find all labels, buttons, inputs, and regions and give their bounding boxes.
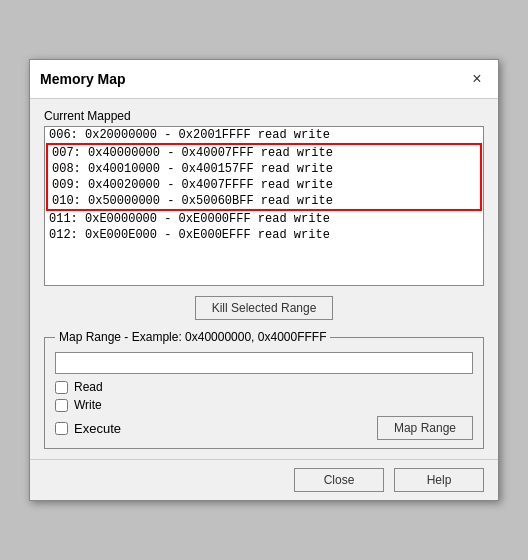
selected-range-group: 007: 0x40000000 - 0x40007FFF read write …	[46, 143, 482, 211]
execute-left: Execute	[55, 421, 121, 436]
execute-checkbox[interactable]	[55, 422, 68, 435]
close-icon-button[interactable]: ×	[466, 68, 488, 90]
map-range-button[interactable]: Map Range	[377, 416, 473, 440]
list-item[interactable]: 009: 0x40020000 - 0x4007FFFF read write	[48, 177, 480, 193]
dialog-title: Memory Map	[40, 71, 126, 87]
map-range-legend: Map Range - Example: 0x40000000, 0x4000F…	[55, 330, 330, 344]
list-item[interactable]: 012: 0xE000E000 - 0xE000EFFF read write	[45, 227, 483, 243]
footer: Close Help	[30, 459, 498, 500]
list-item[interactable]: 010: 0x50000000 - 0x50060BFF read write	[48, 193, 480, 209]
memory-list[interactable]: 006: 0x20000000 - 0x2001FFFF read write …	[44, 126, 484, 286]
list-item[interactable]: 007: 0x40000000 - 0x40007FFF read write	[48, 145, 480, 161]
section-label: Current Mapped	[44, 109, 484, 123]
execute-label: Execute	[74, 421, 121, 436]
kill-btn-row: Kill Selected Range	[44, 296, 484, 320]
dialog-body: Current Mapped 006: 0x20000000 - 0x2001F…	[30, 99, 498, 459]
write-label: Write	[74, 398, 102, 412]
write-checkbox[interactable]	[55, 399, 68, 412]
map-range-section: Map Range - Example: 0x40000000, 0x4000F…	[44, 330, 484, 449]
list-item[interactable]: 011: 0xE0000000 - 0xE0000FFF read write	[45, 211, 483, 227]
map-range-input[interactable]	[55, 352, 473, 374]
close-button[interactable]: Close	[294, 468, 384, 492]
kill-selected-button[interactable]: Kill Selected Range	[195, 296, 334, 320]
read-label: Read	[74, 380, 103, 394]
read-checkbox[interactable]	[55, 381, 68, 394]
read-checkbox-row: Read	[55, 380, 473, 394]
memory-map-dialog: Memory Map × Current Mapped 006: 0x20000…	[29, 59, 499, 501]
write-checkbox-row: Write	[55, 398, 473, 412]
checkboxes-group: Read Write Execute Map Range	[55, 380, 473, 440]
list-item[interactable]: 006: 0x20000000 - 0x2001FFFF read write	[45, 127, 483, 143]
help-button[interactable]: Help	[394, 468, 484, 492]
current-mapped-section: Current Mapped 006: 0x20000000 - 0x2001F…	[44, 109, 484, 286]
title-bar: Memory Map ×	[30, 60, 498, 99]
execute-row: Execute Map Range	[55, 416, 473, 440]
list-item[interactable]: 008: 0x40010000 - 0x400157FF read write	[48, 161, 480, 177]
